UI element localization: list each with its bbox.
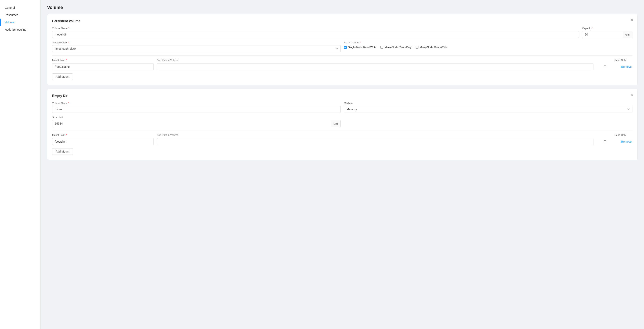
sidebar-item-node-scheduling[interactable]: Node Scheduling (0, 26, 40, 33)
pv-capacity-label: Capacity * (582, 27, 632, 30)
ed-read-only-wrap (597, 140, 613, 143)
pv-mount-row: Remove (52, 63, 632, 70)
ed-remove-button[interactable]: Remove (620, 139, 632, 144)
pv-access-mode-many-rw-checkbox[interactable] (416, 46, 418, 49)
ed-mount-point-header: Mount Point (52, 134, 154, 136)
pv-row-2: Storage Class * llmos-ceph-block Access … (52, 41, 632, 52)
ed-size-limit-group: Size Limit MiB (52, 116, 341, 127)
pv-remove-button[interactable]: Remove (620, 64, 632, 69)
pv-sub-path-input[interactable] (157, 63, 594, 70)
pv-mount-point-header: Mount Point (52, 59, 154, 62)
ed-size-limit-input[interactable] (52, 120, 331, 127)
persistent-volume-title: Persistent Volume (52, 19, 632, 23)
pv-row-1: Volume Name * Capacity * GiB (52, 27, 632, 38)
ed-mount-row: Remove (52, 138, 632, 145)
pv-access-mode-many-rw-label[interactable]: Many-Node Read/Write (416, 46, 447, 49)
ed-mount-point-wrap (52, 138, 154, 145)
ed-size-limit-label: Size Limit (52, 116, 341, 119)
pv-mount-header: Mount Point Sub Path in Volume Read Only (52, 59, 632, 62)
pv-read-only-header: Read Only (608, 59, 632, 62)
pv-volume-name-group: Volume Name * (52, 27, 579, 38)
pv-access-mode-single-label[interactable]: Single-Node Read/Write (344, 46, 376, 49)
ed-mount-point-input[interactable] (52, 138, 154, 145)
ed-row-2: Size Limit MiB (52, 116, 632, 127)
persistent-volume-close-button[interactable]: ✕ (630, 18, 634, 22)
pv-sub-path-header: Sub Path in Volume (157, 59, 605, 62)
ed-row-1: Volume Name * Medium Memory (52, 102, 632, 113)
pv-capacity-unit: GiB (623, 31, 632, 38)
ed-volume-name-label: Volume Name * (52, 102, 341, 105)
pv-storage-class-label: Storage Class * (52, 41, 341, 44)
ed-row2-spacer (344, 116, 632, 127)
ed-size-limit-input-wrapper: MiB (52, 120, 341, 127)
sidebar: General Resources Volume Node Scheduling (0, 0, 40, 329)
pv-mount-point-wrap (52, 63, 154, 70)
sidebar-item-general[interactable]: General (0, 4, 40, 11)
pv-access-mode-many-ro-checkbox[interactable] (380, 46, 383, 49)
pv-capacity-group: Capacity * GiB (582, 27, 632, 38)
persistent-volume-card: Persistent Volume ✕ Volume Name * Capaci… (47, 14, 638, 85)
sidebar-item-volume[interactable]: Volume (0, 19, 40, 26)
pv-capacity-input[interactable] (582, 31, 623, 38)
ed-read-only-checkbox[interactable] (604, 140, 606, 143)
sidebar-item-resources[interactable]: Resources (0, 11, 40, 19)
pv-access-modes-label: Access Modes* (344, 41, 632, 44)
ed-add-mount-button[interactable]: Add Mount (52, 148, 73, 155)
page-title: Volume (47, 5, 638, 10)
ed-medium-label: Medium (344, 102, 632, 105)
pv-mount-point-input[interactable] (52, 63, 154, 70)
ed-read-only-header: Read Only (608, 134, 632, 136)
empty-dir-title: Empty Dir (52, 94, 632, 98)
ed-sub-path-input[interactable] (157, 138, 594, 145)
ed-size-limit-unit: MiB (331, 120, 340, 127)
ed-medium-group: Medium Memory (344, 102, 632, 113)
pv-remove-wrap: Remove (616, 64, 632, 69)
pv-read-only-checkbox[interactable] (604, 65, 606, 68)
ed-divider (52, 130, 632, 130)
pv-access-modes-checkboxes: Single-Node Read/Write Many-Node Read-On… (344, 46, 632, 49)
ed-volume-name-group: Volume Name * (52, 102, 341, 113)
ed-medium-select[interactable]: Memory (344, 106, 632, 113)
pv-capacity-input-wrapper: GiB (582, 31, 632, 38)
ed-sub-path-wrap (157, 138, 594, 145)
empty-dir-card: Empty Dir ✕ Volume Name * Medium Memory … (47, 89, 638, 160)
ed-volume-name-input[interactable] (52, 106, 341, 113)
ed-remove-wrap: Remove (616, 139, 632, 144)
pv-read-only-wrap (597, 65, 613, 68)
pv-volume-name-input[interactable] (52, 31, 579, 38)
pv-storage-class-group: Storage Class * llmos-ceph-block (52, 41, 341, 52)
pv-access-mode-many-ro-label[interactable]: Many-Node Read-Only (380, 46, 412, 49)
pv-access-modes-group: Access Modes* Single-Node Read/Write Man… (344, 41, 632, 52)
empty-dir-close-button[interactable]: ✕ (630, 92, 634, 97)
main-content: Volume Persistent Volume ✕ Volume Name *… (40, 0, 644, 329)
ed-sub-path-header: Sub Path in Volume (157, 134, 605, 136)
pv-volume-name-label: Volume Name * (52, 27, 579, 30)
pv-access-mode-single-checkbox[interactable] (344, 46, 347, 49)
ed-mount-header: Mount Point Sub Path in Volume Read Only (52, 134, 632, 136)
pv-storage-class-select[interactable]: llmos-ceph-block (52, 45, 341, 52)
pv-sub-path-wrap (157, 63, 594, 70)
pv-add-mount-button[interactable]: Add Mount (52, 73, 73, 80)
